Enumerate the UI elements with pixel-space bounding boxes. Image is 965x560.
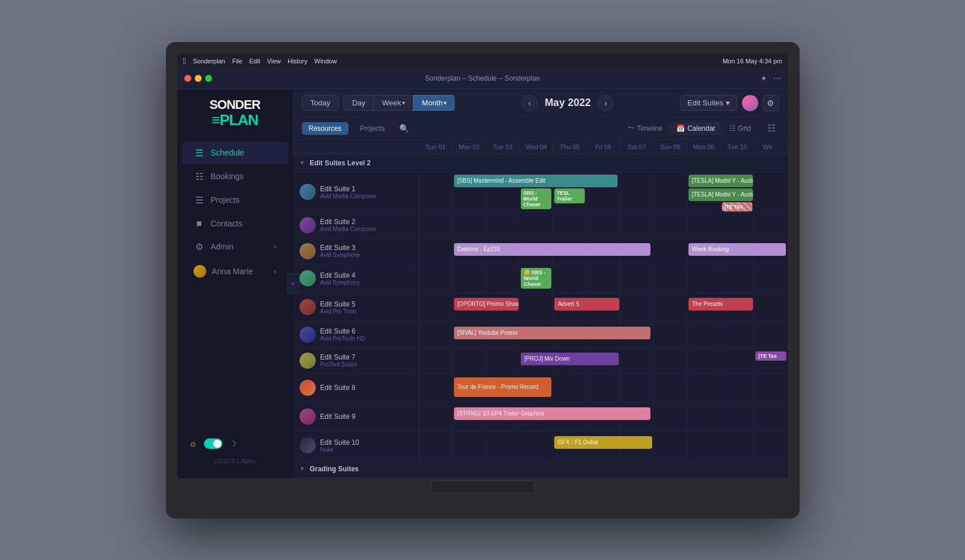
resource-subtitle-label: Avid Media Composer (320, 193, 377, 199)
section-grading-suites[interactable]: ▼ Grading Suites (293, 460, 788, 478)
theme-toggle[interactable] (204, 438, 222, 449)
resource-dropdown[interactable]: Edit Suites ▾ (680, 95, 737, 111)
cell-suite10-3 (486, 432, 520, 460)
event-sival[interactable]: [SIVAL] Youtube Promo (454, 327, 650, 339)
today-button[interactable]: Today (302, 95, 339, 111)
prev-month-button[interactable]: ‹ (521, 95, 538, 111)
cell-suite7-sun08 (654, 348, 687, 373)
cell-suite8-6 (586, 374, 620, 402)
day-header-mon09: Mon 09 (687, 140, 721, 154)
sidebar-collapse-button[interactable]: « (287, 273, 300, 294)
resource-info-edit-suite-10: Edit Suite 10 Nuke (293, 432, 419, 460)
cell-suite7-sun01 (419, 348, 453, 373)
resource-info-edit-suite-1: Edit Suite 1 Avid Media Composer (293, 172, 419, 212)
timeline-tab[interactable]: 〜 Timeline (622, 121, 668, 135)
event-tesla-model-y-2[interactable]: [TESLA] Model Y - Austr… (688, 188, 753, 201)
sidebar-item-contacts[interactable]: ■ Contacts (182, 213, 288, 234)
menu-edit[interactable]: Edit (249, 58, 260, 65)
star-icon[interactable]: ✦ (760, 74, 767, 83)
event-week-booking[interactable]: Week Booking (688, 243, 786, 256)
event-proj-mixdown[interactable]: [PROJ] Mix Down (521, 353, 619, 365)
window-title: Sonderplan – Schedule – Sonderplan (425, 74, 540, 82)
sidebar-item-bookings[interactable]: ☷ Bookings (182, 165, 288, 188)
menu-file[interactable]: File (232, 58, 243, 65)
sidebar-item-projects[interactable]: ☰ Projects (182, 189, 288, 211)
cell-suite2-9 (687, 213, 721, 238)
event-te-tes-suite7[interactable]: [TE Tes (755, 351, 786, 361)
nav-controls: ‹ May 2022 › (460, 95, 675, 111)
ellipsis-icon[interactable]: ⋯ (773, 74, 781, 83)
event-tesl-trailer[interactable]: TESL Trailer (554, 188, 585, 203)
day-button[interactable]: Day (343, 95, 373, 111)
event-sbs-mastermind[interactable]: [SBS] Mastermind - Assemble Edit (454, 175, 618, 187)
cell-suite4-3 (486, 264, 520, 293)
projects-tab[interactable]: Projects (353, 122, 392, 135)
name-suite3: Edit Suite 3 (320, 244, 360, 252)
menu-window[interactable]: Window (315, 58, 337, 65)
next-month-button[interactable]: › (597, 95, 614, 111)
sidebar-nav: ☰ Schedule ☷ Bookings ☰ Projects ■ Conta… (177, 141, 293, 434)
sidebar-item-schedule[interactable]: ☰ Schedule (182, 142, 288, 164)
view-bar: Resources Projects 🔍 〜 Timeline 📅 Calend… (293, 118, 788, 140)
event-advert5[interactable]: Advert 5 (554, 298, 619, 311)
menu-datetime: Mon 16 May 4:34 pm (722, 58, 782, 65)
cell-suite5-sun08 (654, 293, 687, 321)
event-sbs-world-suite1[interactable]: SBS - World Chaser (521, 188, 551, 209)
avatar-edit-suite-7 (300, 353, 316, 369)
menu-app-name[interactable]: Sonderplan (193, 58, 225, 65)
avatar-edit-suite-9 (300, 408, 316, 425)
cell-suite3-sun01 (419, 239, 453, 264)
resource-info-edit-suite-7: Edit Suite 7 ProTool Suites (293, 348, 419, 373)
cell-suite4-7 (620, 264, 654, 293)
resource-text-suite5: Edit Suite 5 Avid Pro Tools (320, 300, 357, 315)
menu-history[interactable]: History (287, 58, 307, 65)
cell-suite10-11 (754, 432, 788, 460)
menu-view[interactable]: View (267, 58, 281, 65)
sidebar-label-bookings: Bookings (211, 172, 244, 181)
resource-name-label: Edit Suite 1 (320, 185, 377, 193)
name-suite4: Edit Suite 4 (320, 271, 360, 279)
sidebar-item-admin[interactable]: ⚙ Admin › (182, 236, 288, 258)
sidebar-label-admin: Admin (211, 242, 234, 251)
calendar-tab[interactable]: 📅 Calendar (671, 122, 721, 135)
subtitle-suite5: Avid Pro Tools (320, 308, 357, 315)
row-edit-suite-1: Edit Suite 1 Avid Media Composer [SBS] M… (293, 172, 788, 213)
resources-tab[interactable]: Resources (302, 122, 349, 135)
day-header-mon02: Mon 02 (453, 140, 486, 154)
filter-button[interactable]: ☷ (764, 121, 779, 136)
section-edit-suites-level-2[interactable]: ▼ Edit Suites Level 2 (293, 154, 788, 172)
search-button[interactable]: 🔍 (396, 121, 411, 136)
cell-suite4-6 (586, 264, 620, 293)
grid-tab[interactable]: ☷ Grid (724, 122, 757, 135)
cell-suite8-sun01 (419, 374, 453, 402)
cell-suite9-9 (687, 403, 721, 431)
subtitle-suite3: Avid Symphony (320, 252, 360, 258)
event-dateline[interactable]: Dateline - Ep233 (454, 243, 650, 256)
cell-suite1-sun08 (654, 172, 687, 212)
avatar-edit-suite-8 (300, 380, 316, 396)
event-tour-de-france[interactable]: Tour de France - Promo Record (454, 377, 552, 397)
event-gfx-f1[interactable]: GFX - F1 Dubai (554, 436, 652, 449)
cell-suite3-mon09: Week Booking (687, 239, 721, 264)
cell-suite1-sat07 (620, 172, 654, 212)
week-button[interactable]: Week ▾ (373, 95, 413, 111)
event-oporto[interactable]: [OPORTO] Promo Shoot (454, 298, 519, 311)
user-avatar-button[interactable] (742, 95, 758, 111)
event-sbs-world-suite4[interactable]: 😊 SBS - World Chaser (521, 268, 551, 289)
cell-suite3-sun08 (654, 239, 687, 264)
minimize-button[interactable] (195, 75, 202, 82)
sidebar-label-projects: Projects (211, 195, 240, 205)
maximize-button[interactable] (205, 75, 212, 82)
settings-button[interactable]: ⚙ (763, 95, 779, 111)
event-tesla-model-y-1[interactable]: [TESLA] Model Y - Austr… (688, 175, 753, 187)
row-edit-suite-2: Edit Suite 2 Avid Media Composer (293, 213, 788, 239)
close-button[interactable] (184, 75, 191, 82)
event-strng-trailer[interactable]: [STRNG] S3 EP4 Trailer Graphics (454, 407, 650, 420)
month-button[interactable]: Month ▾ (413, 95, 455, 111)
sidebar-item-anna-marie[interactable]: Anna Marie › (182, 259, 288, 283)
event-te-tes-suite1[interactable]: [TE Tes (722, 202, 752, 211)
name-suite2: Edit Suite 2 (320, 218, 377, 226)
app-layout: SONDER ≡PLAN ☰ Schedule ☷ Bookings ☰ Pro… (177, 89, 788, 478)
resource-name-edit-suite-1: Edit Suite 1 Avid Media Composer (320, 185, 377, 199)
event-presets[interactable]: The Presets (688, 298, 753, 311)
